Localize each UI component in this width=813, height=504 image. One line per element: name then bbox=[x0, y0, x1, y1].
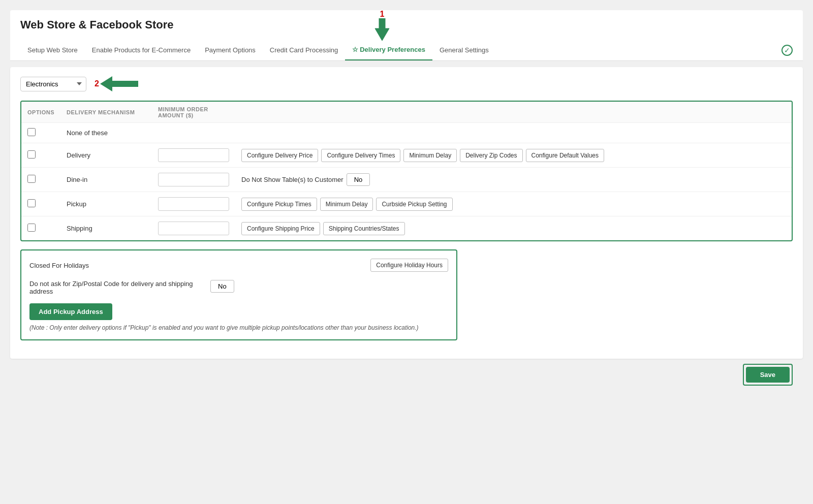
delivery-minimum-delay-btn[interactable]: Minimum Delay bbox=[403, 149, 457, 162]
pickup-note: (Note : Only enter delivery options if "… bbox=[29, 324, 426, 331]
shipping-amount-input[interactable] bbox=[158, 222, 229, 235]
col-amount: MINIMUM ORDER AMOUNT ($) bbox=[152, 102, 235, 123]
col-mechanism: DELIVERY MECHANISM bbox=[60, 102, 152, 123]
delivery-label: Delivery bbox=[60, 143, 152, 168]
dine-in-amount-input[interactable] bbox=[158, 173, 229, 186]
tab-enable-products[interactable]: Enable Products for E-Commerce bbox=[85, 40, 198, 60]
delivery-checkbox[interactable] bbox=[27, 150, 36, 159]
curbside-pickup-setting-btn[interactable]: Curbside Pickup Setting bbox=[376, 198, 452, 211]
configure-default-values-btn[interactable]: Configure Default Values bbox=[526, 149, 605, 162]
configure-shipping-price-btn[interactable]: Configure Shipping Price bbox=[241, 222, 320, 235]
shipping-label: Shipping bbox=[60, 216, 152, 241]
dine-in-checkbox[interactable] bbox=[27, 175, 36, 183]
delivery-amount-input[interactable] bbox=[158, 148, 229, 162]
tab-delivery-preferences[interactable]: ☆Delivery Preferences bbox=[345, 40, 432, 60]
configure-delivery-price-btn[interactable]: Configure Delivery Price bbox=[241, 149, 318, 162]
configure-pickup-times-btn[interactable]: Configure Pickup Times bbox=[241, 198, 317, 211]
store-selector[interactable]: Electronics bbox=[20, 77, 86, 91]
svg-marker-1 bbox=[100, 76, 138, 91]
shipping-checkbox[interactable] bbox=[27, 224, 36, 232]
star-icon: ☆ bbox=[352, 46, 358, 53]
pickup-label: Pickup bbox=[60, 192, 152, 216]
save-button[interactable]: Save bbox=[746, 367, 790, 383]
annotation-2-label: 2 bbox=[95, 79, 99, 88]
annotation-2-arrow bbox=[100, 75, 138, 92]
tab-setup-web-store[interactable]: Setup Web Store bbox=[20, 40, 85, 60]
tab-payment-options[interactable]: Payment Options bbox=[198, 40, 263, 60]
pickup-checkbox[interactable] bbox=[27, 199, 36, 207]
none-of-these-checkbox[interactable] bbox=[27, 128, 36, 136]
shipping-countries-states-btn[interactable]: Shipping Countries/States bbox=[323, 222, 405, 235]
dine-in-label: Dine-in bbox=[60, 168, 152, 192]
holidays-label: Closed For Holidays bbox=[29, 262, 362, 269]
col-actions bbox=[235, 102, 792, 123]
table-row: None of these bbox=[21, 123, 792, 143]
table-row: Dine-in Do Not Show Table(s) to Customer… bbox=[21, 168, 792, 192]
tab-general-settings[interactable]: General Settings bbox=[432, 40, 496, 60]
add-pickup-address-btn[interactable]: Add Pickup Address bbox=[29, 303, 112, 320]
zip-no-btn[interactable]: No bbox=[210, 280, 234, 293]
circle-check-icon[interactable]: ✓ bbox=[781, 45, 793, 56]
delivery-zip-codes-btn[interactable]: Delivery Zip Codes bbox=[460, 149, 522, 162]
page-title: Web Store & Facebook Store bbox=[20, 18, 793, 32]
table-row: Delivery Configure Delivery Price Config… bbox=[21, 143, 792, 168]
dine-in-no-show-label: Do Not Show Table(s) to Customer bbox=[241, 176, 343, 183]
col-options: OPTIONS bbox=[21, 102, 60, 123]
configure-delivery-times-btn[interactable]: Configure Delivery Times bbox=[321, 149, 400, 162]
pickup-minimum-delay-btn[interactable]: Minimum Delay bbox=[320, 198, 373, 211]
dine-in-no-btn[interactable]: No bbox=[347, 173, 370, 186]
table-row: Pickup Configure Pickup Times Minimum De… bbox=[21, 192, 792, 216]
pickup-amount-input[interactable] bbox=[158, 197, 229, 211]
zip-postal-label: Do not ask for Zip/Postal Code for deliv… bbox=[29, 280, 202, 295]
save-btn-wrapper: Save bbox=[743, 364, 793, 386]
table-row: Shipping Configure Shipping Price Shippi… bbox=[21, 216, 792, 241]
annotation-1-label: 1 bbox=[380, 10, 385, 18]
none-of-these-label: None of these bbox=[60, 123, 152, 143]
tab-credit-card[interactable]: Credit Card Processing bbox=[263, 40, 345, 60]
configure-holiday-hours-btn[interactable]: Configure Holiday Hours bbox=[370, 259, 448, 272]
